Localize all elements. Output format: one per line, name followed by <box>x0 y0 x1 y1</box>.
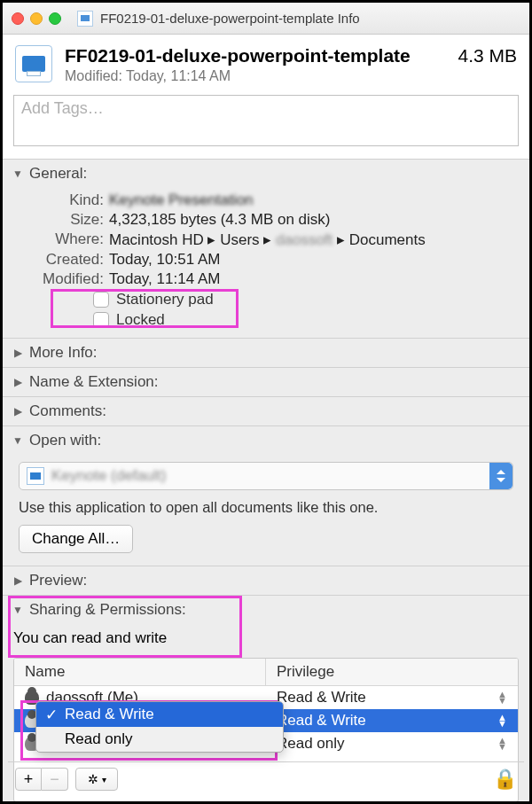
section-general: ▼ General: Kind: Keynote Presentation Si… <box>3 159 529 338</box>
name-ext-header[interactable]: ▶ Name & Extension: <box>3 368 529 396</box>
open-with-title: Open with: <box>29 432 101 449</box>
section-preview: ▶ Preview: <box>3 566 529 595</box>
general-header[interactable]: ▼ General: <box>3 160 529 188</box>
created-label: Created: <box>17 251 104 269</box>
where-value: Macintosh HD ▸ Users ▸ daossoft ▸ Docume… <box>109 230 519 249</box>
section-more-info: ▶ More Info: <box>3 338 529 367</box>
lock-icon[interactable]: 🔒 <box>493 768 517 791</box>
disclosure-down-icon: ▼ <box>12 434 24 447</box>
stepper-icon[interactable]: ▲▼ <box>497 738 507 750</box>
general-title: General: <box>29 165 87 183</box>
bottom-toolbar: + − ✲ ▾ 🔒 <box>8 761 524 796</box>
perm-priv: Read & Write <box>277 689 366 706</box>
more-info-title: More Info: <box>29 344 98 362</box>
section-open-with: ▼ Open with: Keynote (default) Use this … <box>3 425 529 566</box>
gear-icon: ✲ <box>88 772 98 786</box>
menu-item-read-write[interactable]: Read & Write <box>36 702 283 727</box>
section-name-extension: ▶ Name & Extension: <box>3 367 529 396</box>
annotation-highlight <box>51 289 239 328</box>
created-value: Today, 10:51 AM <box>109 251 519 269</box>
section-comments: ▶ Comments: <box>3 396 529 425</box>
where-label: Where: <box>17 230 104 249</box>
annotation-highlight <box>8 596 242 658</box>
open-with-app: Keynote (default) <box>51 467 166 485</box>
file-size: 4.3 MB <box>458 45 517 66</box>
chevron-down-icon: ▾ <box>102 775 106 784</box>
file-name: FF0219-01-deluxe-powerpoint-template <box>65 45 445 66</box>
perm-priv: Read & Write <box>277 712 366 730</box>
remove-button[interactable]: − <box>42 768 68 791</box>
disclosure-right-icon: ▶ <box>12 376 24 388</box>
disclosure-right-icon: ▶ <box>12 574 24 587</box>
open-with-header[interactable]: ▼ Open with: <box>3 426 529 455</box>
kind-value: Keynote Presentation <box>109 191 519 209</box>
open-with-dropdown[interactable]: Keynote (default) <box>19 462 513 490</box>
minimize-icon[interactable] <box>30 12 43 25</box>
modified-value: Today, 11:14 AM <box>109 270 519 288</box>
dropdown-arrows-icon <box>489 463 512 489</box>
disclosure-down-icon: ▼ <box>12 168 24 180</box>
file-icon <box>15 45 52 82</box>
file-modified: Modified: Today, 11:14 AM <box>65 68 445 84</box>
kind-label: Kind: <box>17 191 104 209</box>
comments-title: Comments: <box>29 402 106 420</box>
tags-placeholder: Add Tags… <box>21 99 104 117</box>
col-name: Name <box>14 659 266 685</box>
close-icon[interactable] <box>12 12 24 25</box>
app-icon <box>27 467 44 485</box>
col-privilege: Privilege <box>266 659 518 685</box>
size-value: 4,323,185 bytes (4.3 MB on disk) <box>109 211 519 229</box>
stepper-icon[interactable]: ▲▼ <box>497 714 507 727</box>
perm-priv: Read only <box>277 735 345 753</box>
change-all-button[interactable]: Change All… <box>19 525 133 553</box>
preview-title: Preview: <box>29 572 87 589</box>
name-ext-title: Name & Extension: <box>29 373 159 391</box>
comments-header[interactable]: ▶ Comments: <box>3 397 529 425</box>
open-with-hint: Use this application to open all documen… <box>19 499 513 516</box>
add-button[interactable]: + <box>15 768 42 791</box>
preview-header[interactable]: ▶ Preview: <box>3 566 529 595</box>
size-label: Size: <box>17 211 104 229</box>
menu-item-read-only[interactable]: Read only <box>36 727 283 752</box>
stepper-icon[interactable]: ▲▼ <box>497 691 507 704</box>
file-header: FF0219-01-deluxe-powerpoint-template Mod… <box>3 35 529 93</box>
privilege-popup: Read & Write Read only <box>35 701 284 753</box>
tags-input[interactable]: Add Tags… <box>13 95 519 146</box>
window-title: FF0219-01-deluxe-powerpoint-template Inf… <box>100 11 360 26</box>
window-controls <box>12 12 61 25</box>
disclosure-right-icon: ▶ <box>12 405 24 418</box>
disclosure-right-icon: ▶ <box>12 347 24 359</box>
zoom-icon[interactable] <box>49 12 61 25</box>
action-menu-button[interactable]: ✲ ▾ <box>75 768 118 791</box>
file-type-icon <box>77 11 93 27</box>
more-info-header[interactable]: ▶ More Info: <box>3 339 529 367</box>
titlebar: FF0219-01-deluxe-powerpoint-template Inf… <box>3 3 529 35</box>
modified-label: Modified: <box>17 270 104 288</box>
